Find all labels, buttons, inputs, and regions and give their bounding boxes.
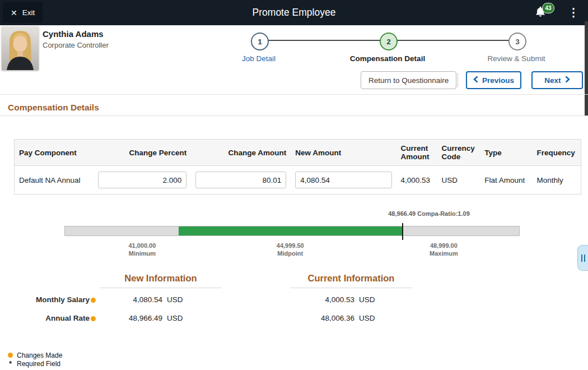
section-title: Compensation Details — [8, 103, 99, 113]
annual-rate-current-currency: USD — [359, 314, 375, 322]
page-title: Promote Employee — [0, 0, 588, 25]
compa-ratio-annotation: 48,966.49 Compa-Ratio:1.09 — [358, 210, 500, 217]
col-new-amount: New Amount — [291, 140, 396, 166]
table-header-row: Pay Component Change Percent Change Amou… — [15, 140, 581, 166]
banner-divider — [0, 94, 588, 95]
annual-rate-new-currency: USD — [167, 314, 183, 322]
required-field-asterisk: * — [8, 360, 13, 368]
frequency-cell: Monthly — [532, 166, 581, 195]
col-frequency: Frequency — [532, 140, 581, 166]
step-2-circle[interactable]: 2 — [380, 33, 398, 50]
employee-photo — [2, 26, 39, 70]
table-row: Default NA Annual 4,000.53 USD Flat Amou… — [15, 166, 581, 195]
employee-name: Cynthia Adams — [43, 29, 104, 39]
range-midpoint-label: 44,999.50 Midpoint — [277, 242, 304, 257]
changes-made-dot-icon — [8, 353, 13, 358]
exit-label: Exit — [22, 8, 35, 17]
chevron-left-icon — [473, 76, 478, 85]
employee-job-title: Corporate Controller — [43, 41, 109, 49]
range-maximum-label: 48,999.00 Maximum — [430, 242, 458, 257]
minimum-value: 41,000.00 — [128, 242, 156, 249]
minimum-caption: Minimum — [129, 250, 156, 257]
step-connector-1 — [267, 40, 380, 41]
annual-rate-label: Annual Rate — [0, 314, 90, 322]
chevron-right-icon — [565, 76, 570, 85]
change-amount-input[interactable] — [195, 172, 286, 188]
changes-made-legend: Changes Made — [8, 351, 62, 359]
changes-made-label: Changes Made — [17, 351, 62, 359]
monthly-salary-new-value: 4,080.54 — [99, 295, 162, 304]
required-field-label: Required Field — [17, 360, 60, 368]
change-percent-input[interactable] — [98, 172, 186, 188]
step-2-number: 2 — [386, 38, 390, 46]
step-1-circle[interactable]: 1 — [251, 33, 269, 50]
maximum-caption: Maximum — [430, 250, 458, 257]
required-field-legend: * Required Field — [8, 359, 62, 368]
scrollbar-thumb[interactable] — [585, 21, 588, 115]
col-change-amount: Change Amount — [191, 140, 291, 166]
midpoint-caption: Midpoint — [277, 250, 303, 257]
exit-button[interactable]: ✕ Exit — [3, 2, 43, 23]
current-amount-cell: 4,000.53 — [396, 166, 437, 195]
current-information-heading: Current Information — [290, 273, 412, 288]
type-cell: Flat Amount — [480, 166, 532, 195]
side-panel-handle[interactable] — [577, 245, 588, 271]
notifications-button[interactable]: 43 — [534, 6, 548, 19]
salary-range-bar: 41,000.00 Minimum 44,999.50 Midpoint 48,… — [64, 226, 520, 236]
col-type: Type — [480, 140, 532, 166]
return-to-questionnaire-button[interactable]: Return to Questionnaire — [361, 71, 456, 89]
current-salary-tick — [402, 223, 403, 240]
step-1-label[interactable]: Job Detail — [197, 54, 320, 63]
new-information-heading: New Information — [100, 273, 222, 288]
col-pay-component: Pay Component — [15, 140, 94, 166]
monthly-salary-new-currency: USD — [167, 295, 183, 304]
monthly-salary-label: Monthly Salary — [0, 295, 90, 304]
change-indicator-icon — [91, 298, 96, 303]
step-3-label: Review & Submit — [455, 54, 578, 63]
notification-count-badge: 43 — [542, 3, 554, 13]
col-currency-code: Currency Code — [437, 140, 480, 166]
range-minimum-label: 41,000.00 Minimum — [128, 242, 156, 257]
section-divider — [0, 115, 588, 116]
previous-button[interactable]: Previous — [466, 71, 521, 89]
monthly-salary-current-currency: USD — [359, 295, 375, 304]
info-row-monthly-salary: Monthly Salary 4,080.54 USD 4,000.53 USD — [0, 295, 588, 307]
toolbar-divider — [458, 73, 458, 87]
footnote-legend: Changes Made * Required Field — [8, 351, 62, 368]
step-connector-2 — [396, 40, 509, 41]
grip-icon — [581, 255, 582, 262]
promote-employee-page: Promote Employee ✕ Exit 43 ⋮ Cynthia Ada… — [0, 0, 588, 370]
step-3-number: 3 — [515, 38, 519, 46]
new-amount-input[interactable] — [295, 172, 391, 188]
pay-component-cell: Default NA Annual — [15, 166, 94, 195]
midpoint-value: 44,999.50 — [277, 242, 304, 249]
annual-rate-new-value: 48,966.49 — [99, 314, 162, 322]
maximum-value: 48,999.00 — [430, 242, 458, 249]
info-row-annual-rate: Annual Rate 48,966.49 USD 48,006.36 USD — [0, 314, 588, 325]
compensation-table: Pay Component Change Percent Change Amou… — [14, 139, 581, 195]
next-button[interactable]: Next — [531, 71, 583, 89]
step-2-label: Compensation Detail — [326, 54, 449, 63]
top-header-bar: Promote Employee ✕ Exit 43 ⋮ — [0, 0, 588, 25]
change-indicator-icon — [91, 316, 96, 321]
step-1-number: 1 — [258, 38, 262, 46]
currency-code-cell: USD — [437, 166, 480, 195]
annual-rate-current-value: 48,006.36 — [291, 314, 354, 322]
col-change-percent: Change Percent — [94, 140, 191, 166]
close-icon: ✕ — [11, 9, 17, 17]
next-label: Next — [544, 76, 561, 85]
salary-range-fill — [179, 226, 402, 235]
previous-label: Previous — [482, 76, 514, 85]
return-to-questionnaire-label: Return to Questionnaire — [368, 76, 449, 85]
col-current-amount: Current Amount — [396, 140, 437, 166]
monthly-salary-current-value: 4,000.53 — [291, 295, 354, 304]
step-3-circle[interactable]: 3 — [508, 33, 526, 50]
more-menu-button[interactable]: ⋮ — [568, 4, 579, 20]
